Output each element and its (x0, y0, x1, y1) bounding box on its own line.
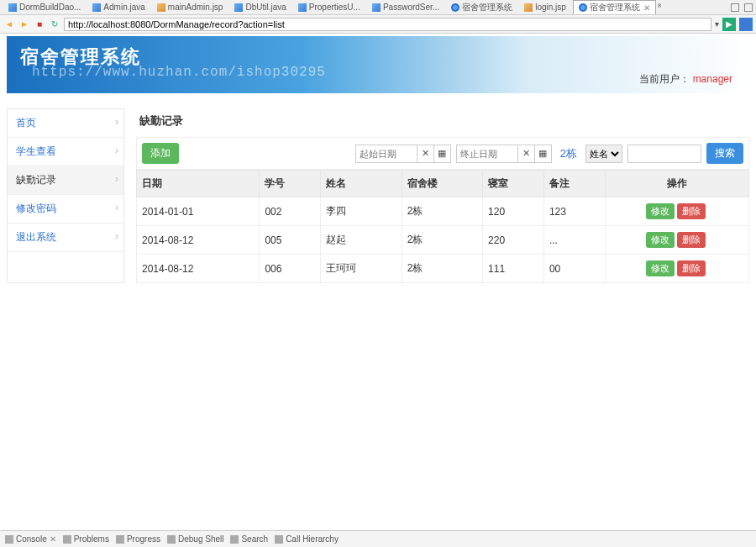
cell-ops: 修改删除 (605, 226, 748, 255)
start-date-group: ✕ ▦ (355, 145, 451, 163)
col-ops: 操作 (605, 171, 748, 197)
delete-button[interactable]: 删除 (677, 232, 706, 248)
delete-button[interactable]: 删除 (677, 260, 706, 276)
minimize-icon[interactable] (731, 3, 739, 12)
java-icon (234, 3, 243, 12)
ide-tab-bar: DormBuildDao... Admin.java mainAdmin.jsp… (0, 0, 756, 15)
cell-sno: 005 (260, 226, 321, 255)
add-button[interactable]: 添加 (142, 143, 179, 164)
header-banner: 宿舍管理系统 https://www.huzhan.com/ishop30295… (7, 36, 749, 93)
cell-date: 2014-08-12 (137, 226, 260, 255)
stop-button[interactable]: ■ (34, 18, 45, 30)
dropdown-icon[interactable]: ▾ (715, 19, 719, 29)
cell-name: 王珂珂 (321, 255, 402, 283)
user-label: 当前用户： (639, 73, 690, 85)
sidebar-item-label: 修改密码 (16, 202, 56, 214)
delete-button[interactable]: 删除 (677, 203, 706, 219)
ide-tab-label: PropertiesU... (309, 3, 360, 12)
jsp-icon (157, 3, 165, 12)
back-button[interactable]: ◄ (3, 18, 15, 30)
building-label: 2栋 (557, 146, 580, 161)
ide-tab-label: DbUtil.java (245, 3, 286, 12)
sidebar-item-home[interactable]: 首页 (8, 109, 123, 138)
sidebar: 首页 学生查看 缺勤记录 修改密码 退出系统 (7, 108, 124, 283)
user-name: manager (693, 73, 732, 85)
ide-tab[interactable]: DbUtil.java (229, 2, 291, 13)
records-table: 日期 学号 姓名 宿舍楼 寝室 备注 操作 2014-01-01002李四2栋1… (136, 170, 749, 283)
ide-tab[interactable]: PasswordSer... (367, 2, 444, 13)
cell-room: 220 (483, 226, 544, 255)
ide-tab-label: login.jsp (535, 3, 566, 12)
start-date-input[interactable] (356, 145, 417, 162)
clear-start-icon[interactable]: ✕ (417, 145, 433, 162)
ide-tab[interactable]: mainAdmin.jsp (152, 2, 228, 13)
java-icon (92, 3, 101, 12)
ide-tab-label: mainAdmin.jsp (168, 3, 223, 12)
ide-tab-label: PasswordSer... (383, 3, 439, 12)
calendar-end-icon[interactable]: ▦ (534, 145, 551, 162)
go-button[interactable]: ▶ (722, 18, 736, 31)
clear-end-icon[interactable]: ✕ (517, 145, 534, 162)
col-room: 寝室 (483, 171, 544, 197)
cell-remark: ... (543, 226, 605, 255)
table-row: 2014-08-12006王珂珂2栋11100修改删除 (137, 255, 749, 283)
cell-build: 2栋 (402, 197, 482, 226)
ide-tab[interactable]: login.jsp (519, 2, 571, 13)
globe-icon (579, 3, 587, 12)
java-icon (372, 3, 381, 12)
col-sno: 学号 (260, 171, 321, 197)
cell-sno: 006 (260, 255, 321, 283)
cell-room: 120 (483, 197, 544, 226)
edit-button[interactable]: 修改 (646, 232, 675, 248)
address-bar[interactable] (64, 18, 711, 31)
tab-overflow-label: ⁸ (658, 3, 661, 12)
sidebar-item-absence[interactable]: 缺勤记录 (8, 166, 123, 195)
ide-tab[interactable]: Admin.java (87, 2, 150, 13)
ide-tab-active[interactable]: 宿舍管理系统✕ (573, 0, 656, 14)
sidebar-item-students[interactable]: 学生查看 (8, 138, 123, 166)
calendar-start-icon[interactable]: ▦ (433, 145, 450, 162)
sidebar-item-logout[interactable]: 退出系统 (8, 224, 123, 252)
cell-ops: 修改删除 (605, 197, 748, 226)
jsp-icon (524, 3, 533, 12)
cell-build: 2栋 (402, 255, 482, 283)
browser-engine-icon[interactable] (739, 18, 753, 31)
cell-room: 111 (483, 255, 544, 283)
col-build: 宿舍楼 (402, 171, 482, 197)
search-type-select[interactable]: 姓名 (585, 145, 622, 163)
ide-tab[interactable]: DormBuildDao... (3, 2, 86, 13)
sidebar-item-password[interactable]: 修改密码 (8, 195, 123, 224)
refresh-button[interactable]: ↻ (49, 18, 60, 30)
cell-name: 赵起 (321, 226, 402, 255)
cell-build: 2栋 (402, 226, 482, 255)
cell-remark: 00 (543, 255, 605, 283)
sidebar-item-label: 首页 (16, 117, 36, 129)
ide-tab[interactable]: PropertiesU... (293, 2, 365, 13)
edit-button[interactable]: 修改 (646, 203, 675, 219)
edit-button[interactable]: 修改 (646, 260, 675, 276)
cell-sno: 002 (260, 197, 321, 226)
close-icon[interactable]: ✕ (643, 3, 650, 13)
cell-name: 李四 (321, 197, 402, 226)
forward-button[interactable]: ► (18, 18, 30, 30)
search-button[interactable]: 搜索 (706, 143, 743, 164)
end-date-input[interactable] (457, 145, 517, 162)
watermark-text: https://www.huzhan.com/ishop30295 (32, 65, 326, 80)
main-content: 缺勤记录 添加 ✕ ▦ ✕ ▦ 2栋 姓名 搜索 (136, 108, 749, 283)
table-row: 2014-01-01002李四2栋120123修改删除 (137, 197, 749, 226)
ide-tab-label: DormBuildDao... (19, 3, 81, 12)
cell-date: 2014-01-01 (137, 197, 260, 226)
browser-toolbar: ◄ ► ■ ↻ ▾ ▶ (0, 15, 756, 34)
sidebar-item-label: 学生查看 (16, 145, 56, 157)
cell-ops: 修改删除 (605, 255, 748, 283)
java-icon (298, 3, 307, 12)
table-row: 2014-08-12005赵起2栋220...修改删除 (137, 226, 749, 255)
ide-tab-label: 宿舍管理系统 (462, 2, 512, 13)
col-date: 日期 (137, 171, 260, 197)
search-input[interactable] (627, 145, 701, 163)
table-toolbar: 添加 ✕ ▦ ✕ ▦ 2栋 姓名 搜索 (136, 137, 749, 170)
col-remark: 备注 (543, 171, 605, 197)
col-name: 姓名 (321, 171, 402, 197)
ide-tab[interactable]: 宿舍管理系统 (446, 1, 517, 14)
maximize-icon[interactable] (744, 3, 753, 12)
